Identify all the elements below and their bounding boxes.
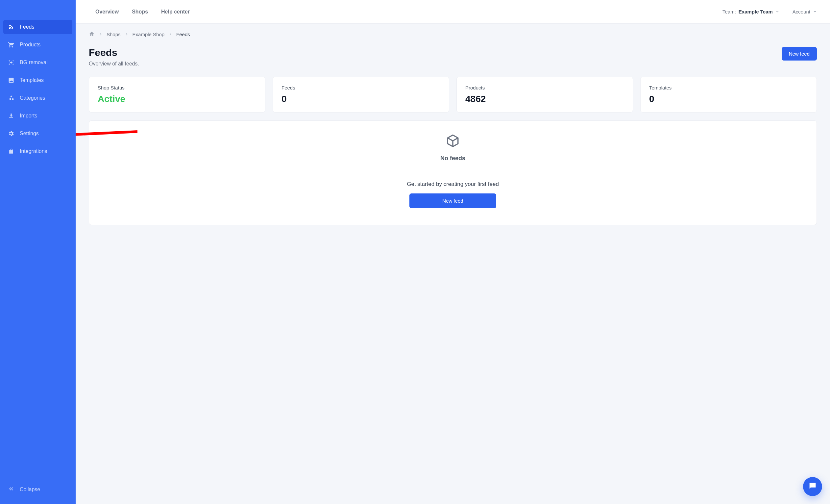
sidebar-nav: Feeds Products BG removal Templates [3, 20, 72, 482]
sidebar-collapse-button[interactable]: Collapse [3, 482, 72, 497]
page-subtitle: Overview of all feeds. [89, 61, 139, 67]
sidebar-collapse-label: Collapse [20, 486, 40, 493]
sidebar-item-label: Categories [20, 95, 45, 101]
sidebar-item-feeds[interactable]: Feeds [3, 20, 72, 34]
breadcrumb-shops[interactable]: Shops [106, 32, 121, 37]
breadcrumb-separator [125, 32, 129, 37]
team-name: Example Team [739, 9, 773, 14]
sidebar-item-imports[interactable]: Imports [3, 108, 72, 123]
stat-card-shop-status: Shop Status Active [89, 77, 265, 113]
chat-fab[interactable] [803, 477, 822, 496]
gear-icon [8, 130, 14, 137]
lock-icon [8, 148, 14, 155]
account-label: Account [793, 9, 810, 14]
topbar: Overview Shops Help center Team: Example… [76, 0, 830, 24]
stat-label: Products [465, 85, 624, 91]
stat-label: Templates [649, 85, 808, 91]
sidebar-item-products[interactable]: Products [3, 37, 72, 52]
page-content: Shops Example Shop Feeds Feeds Overview … [76, 24, 830, 238]
breadcrumb-separator [168, 32, 172, 37]
breadcrumb-separator [99, 32, 103, 37]
sidebar-item-label: Feeds [20, 24, 34, 30]
stat-value: Active [98, 94, 256, 104]
sparkle-icon [8, 59, 14, 66]
chevron-down-icon [775, 9, 779, 14]
account-menu[interactable]: Account [793, 9, 817, 14]
shapes-icon [8, 95, 14, 101]
topnav-help[interactable]: Help center [161, 9, 190, 15]
sidebar-item-settings[interactable]: Settings [3, 126, 72, 141]
sidebar-item-integrations[interactable]: Integrations [3, 144, 72, 159]
empty-description: Get started by creating your first feed [407, 181, 499, 188]
stat-value: 4862 [465, 94, 624, 104]
stats-cards: Shop Status Active Feeds 0 Products 4862… [89, 77, 817, 113]
stat-label: Feeds [282, 85, 440, 91]
stat-card-templates: Templates 0 [640, 77, 817, 113]
chevron-down-icon [813, 9, 817, 14]
stat-value: 0 [649, 94, 808, 104]
stat-value: 0 [282, 94, 440, 104]
breadcrumb: Shops Example Shop Feeds [89, 31, 817, 38]
empty-new-feed-button[interactable]: New feed [409, 193, 496, 208]
sidebar-item-bg-removal[interactable]: BG removal [3, 55, 72, 70]
home-icon[interactable] [89, 31, 95, 38]
stat-card-products: Products 4862 [456, 77, 633, 113]
breadcrumb-current: Feeds [176, 32, 190, 37]
sidebar-item-categories[interactable]: Categories [3, 91, 72, 105]
sidebar-item-templates[interactable]: Templates [3, 73, 72, 88]
topnav: Overview Shops Help center [95, 9, 190, 15]
main-area: Overview Shops Help center Team: Example… [76, 0, 830, 504]
new-feed-button[interactable]: New feed [781, 47, 817, 61]
team-switcher[interactable]: Team: Example Team [723, 9, 779, 14]
sidebar-item-label: Imports [20, 113, 37, 119]
topbar-right: Team: Example Team Account [723, 9, 817, 14]
image-icon [8, 77, 14, 84]
download-icon [8, 113, 14, 119]
chat-icon [808, 481, 817, 492]
sidebar-item-label: Settings [20, 131, 39, 136]
team-prefix: Team: [723, 9, 736, 14]
sidebar-item-label: Templates [20, 77, 44, 83]
page-title: Feeds [89, 47, 139, 58]
topnav-shops[interactable]: Shops [132, 9, 148, 15]
sidebar: Feeds Products BG removal Templates [0, 0, 76, 504]
breadcrumb-shop[interactable]: Example Shop [132, 32, 165, 37]
cube-icon [446, 134, 460, 149]
chevron-double-left-icon [8, 485, 14, 494]
rss-icon [8, 24, 14, 30]
topnav-overview[interactable]: Overview [95, 9, 119, 15]
stat-label: Shop Status [98, 85, 256, 91]
stat-card-feeds: Feeds 0 [273, 77, 449, 113]
sidebar-item-label: Products [20, 42, 40, 48]
empty-state-card: No feeds Get started by creating your fi… [89, 120, 817, 225]
empty-title: No feeds [440, 155, 465, 162]
sidebar-item-label: Integrations [20, 148, 47, 154]
cart-icon [8, 41, 14, 48]
sidebar-item-label: BG removal [20, 60, 47, 65]
